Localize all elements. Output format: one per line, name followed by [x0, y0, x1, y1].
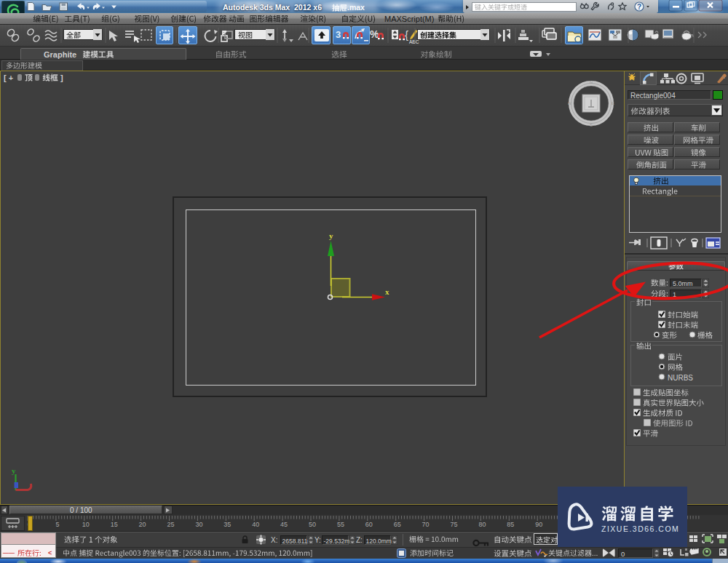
svg-text:y: y — [12, 466, 16, 475]
svg-text:ABC: ABC — [409, 39, 419, 44]
svg-text:3: 3 — [336, 29, 341, 40]
svg-text:y: y — [329, 231, 333, 240]
svg-text:x: x — [385, 287, 389, 296]
svg-text:S: S — [590, 123, 593, 127]
svg-text:N: N — [590, 80, 593, 84]
svg-text:?: ? — [637, 3, 641, 11]
svg-text:{: { — [405, 28, 408, 41]
svg-text:E: E — [612, 101, 614, 105]
svg-text:W: W — [568, 101, 571, 105]
